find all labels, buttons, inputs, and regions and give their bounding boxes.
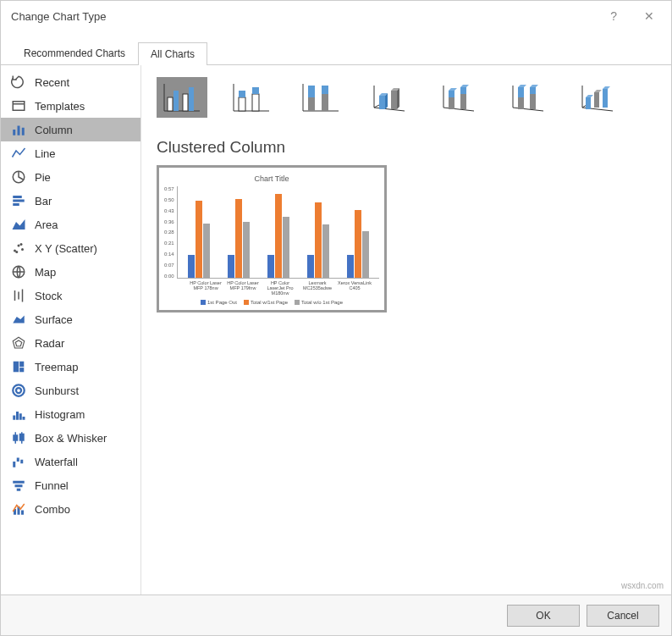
subtype-3d-stacked-column[interactable] <box>434 77 485 118</box>
svg-marker-18 <box>13 316 25 324</box>
sidebar-item-surface[interactable]: Surface <box>1 307 140 331</box>
bar-group <box>228 186 250 278</box>
svg-rect-81 <box>518 87 524 97</box>
sidebar-label: Surface <box>35 313 73 326</box>
legend-swatch <box>295 300 300 305</box>
svg-rect-52 <box>239 91 245 97</box>
svg-rect-76 <box>460 87 466 94</box>
svg-rect-47 <box>183 94 188 111</box>
chart-preview[interactable]: Chart Title 0:570:500:430:360:280:210:14… <box>157 165 387 312</box>
sidebar-item-combo[interactable]: Combo <box>1 497 140 521</box>
svg-point-11 <box>21 248 24 251</box>
sidebar-item-radar[interactable]: Radar <box>1 331 140 355</box>
legend-item: 1st Page Out <box>201 300 237 305</box>
svg-rect-75 <box>460 94 466 109</box>
sidebar-item-line[interactable]: Line <box>1 141 140 165</box>
sidebar-item-boxwhisker[interactable]: Box & Whisker <box>1 426 140 450</box>
svg-marker-82 <box>518 85 526 87</box>
bar <box>243 222 250 278</box>
selected-chart-name: Clustered Column <box>157 138 656 157</box>
bar <box>188 255 195 277</box>
svg-rect-84 <box>530 87 536 94</box>
svg-rect-54 <box>252 87 259 94</box>
tab-recommended-charts[interactable]: Recommended Charts <box>11 41 138 64</box>
column-chart-icon <box>11 122 26 137</box>
svg-rect-91 <box>594 92 599 108</box>
y-tick: 0:14 <box>164 252 174 257</box>
bar-group <box>188 186 210 278</box>
subtype-3d-column[interactable] <box>573 77 624 118</box>
sidebar-item-bar[interactable]: Bar <box>1 189 140 213</box>
bar <box>362 231 369 278</box>
svg-rect-27 <box>16 412 19 420</box>
sidebar-item-templates[interactable]: Templates <box>1 94 140 118</box>
svg-rect-5 <box>13 196 22 198</box>
sidebar-item-sunburst[interactable]: Sunburst <box>1 379 140 402</box>
subtype-3d-clustered-column[interactable] <box>365 77 416 118</box>
svg-rect-72 <box>449 97 454 109</box>
sidebar-item-scatter[interactable]: X Y (Scatter) <box>1 236 140 260</box>
svg-rect-33 <box>20 434 25 441</box>
subtype-clustered-column[interactable] <box>157 77 207 118</box>
y-tick: 0:36 <box>164 219 174 224</box>
help-button[interactable]: ? <box>603 6 624 26</box>
svg-rect-38 <box>15 484 23 487</box>
svg-rect-64 <box>379 96 385 109</box>
svg-marker-94 <box>603 86 610 89</box>
y-tick: 0:00 <box>164 274 174 279</box>
chart-category-sidebar: Recent Templates Column Line Pie Bar <box>1 65 141 595</box>
svg-marker-74 <box>449 88 457 91</box>
cancel-button[interactable]: Cancel <box>587 605 659 627</box>
waterfall-chart-icon <box>11 454 26 469</box>
titlebar: Change Chart Type ? ✕ <box>1 1 671 31</box>
stock-chart-icon <box>11 288 26 303</box>
svg-rect-31 <box>14 435 18 440</box>
subtype-3d-100-stacked-column[interactable] <box>504 77 554 118</box>
x-tick: HP Color Laser MFP 179fnw <box>224 280 262 296</box>
svg-rect-29 <box>23 417 25 420</box>
sidebar-label: X Y (Scatter) <box>35 242 97 255</box>
sidebar-item-area[interactable]: Area <box>1 213 140 236</box>
svg-rect-36 <box>20 460 23 464</box>
sidebar-item-histogram[interactable]: Histogram <box>1 402 140 426</box>
svg-rect-39 <box>17 489 21 491</box>
svg-rect-42 <box>21 511 24 515</box>
bar <box>355 210 361 277</box>
svg-marker-85 <box>530 85 538 87</box>
funnel-chart-icon <box>11 478 26 493</box>
sidebar-item-column[interactable]: Column <box>1 118 140 141</box>
sidebar-item-map[interactable]: Map <box>1 260 140 284</box>
svg-rect-67 <box>391 91 397 109</box>
svg-rect-6 <box>13 200 25 202</box>
close-button[interactable]: ✕ <box>637 6 661 26</box>
subtype-100-stacked-column[interactable] <box>295 77 346 118</box>
sidebar-label: Box & Whisker <box>35 432 107 445</box>
svg-marker-77 <box>460 85 469 87</box>
sidebar-item-treemap[interactable]: Treemap <box>1 355 140 379</box>
svg-rect-53 <box>252 94 259 111</box>
sidebar-label: Area <box>35 218 58 231</box>
sidebar-item-stock[interactable]: Stock <box>1 284 140 307</box>
svg-marker-8 <box>13 219 25 230</box>
bar <box>196 201 202 278</box>
svg-point-24 <box>16 388 21 393</box>
svg-line-62 <box>374 108 405 111</box>
sidebar-item-recent[interactable]: Recent <box>1 70 140 94</box>
sidebar-item-pie[interactable]: Pie <box>1 165 140 189</box>
subtype-stacked-column[interactable] <box>226 77 277 118</box>
svg-rect-2 <box>18 126 20 135</box>
bar <box>267 255 274 277</box>
sidebar-item-funnel[interactable]: Funnel <box>1 473 140 497</box>
area-chart-icon <box>11 217 26 232</box>
bar-group <box>347 186 369 278</box>
tab-all-charts[interactable]: All Charts <box>138 42 207 65</box>
sidebar-label: Stock <box>35 290 63 302</box>
sidebar-label: Combo <box>35 503 70 516</box>
svg-marker-66 <box>385 93 388 109</box>
ok-button[interactable]: OK <box>507 605 580 627</box>
sidebar-item-waterfall[interactable]: Waterfall <box>1 450 140 473</box>
svg-rect-21 <box>13 361 19 373</box>
svg-rect-73 <box>449 91 454 97</box>
sidebar-label: Templates <box>35 100 85 113</box>
sidebar-label: Waterfall <box>35 456 78 468</box>
